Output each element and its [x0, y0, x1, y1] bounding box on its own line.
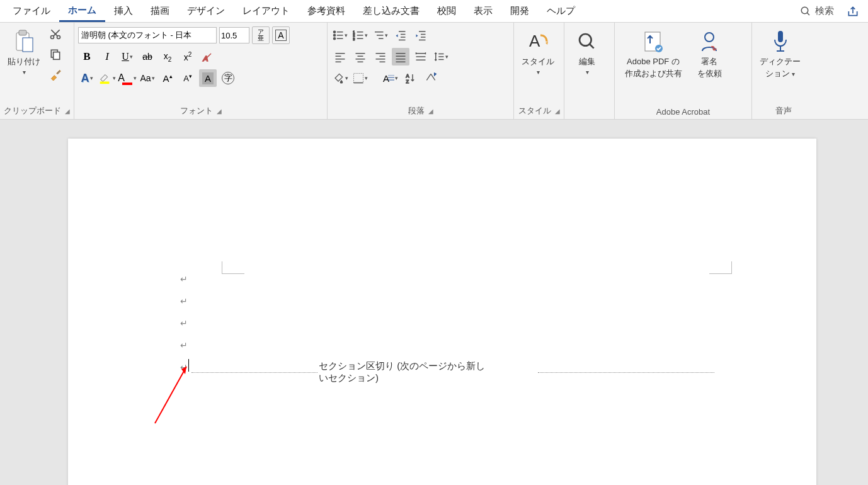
- svg-point-18: [334, 38, 336, 40]
- numbering-icon: 123: [353, 30, 364, 41]
- justify-icon: [395, 51, 406, 62]
- search-box[interactable]: 検索: [792, 5, 842, 17]
- sign-label-1: 署名: [701, 57, 717, 67]
- copy-button[interactable]: [47, 45, 64, 63]
- borders-button[interactable]: ▾: [351, 69, 369, 87]
- tab-references[interactable]: 参考資料: [299, 1, 354, 21]
- paste-button[interactable]: 貼り付け ▾: [4, 25, 44, 104]
- group-label-style: スタイル: [518, 105, 551, 117]
- dictate-label-2: ション: [765, 69, 790, 78]
- increase-indent-button[interactable]: [412, 26, 430, 44]
- styles-icon: A: [527, 30, 549, 53]
- dictate-button[interactable]: ディクテー ション ▾: [756, 25, 804, 104]
- chevron-down-icon: ▾: [23, 69, 26, 76]
- brush-icon: [49, 68, 62, 81]
- strikethrough-button[interactable]: ab: [139, 48, 156, 66]
- share-button[interactable]: [842, 3, 864, 20]
- superscript-button[interactable]: x2: [179, 48, 197, 66]
- ribbon-tabs: ファイル ホーム 挿入 描画 デザイン レイアウト 参考資料 差し込み文書 校閲…: [0, 0, 868, 23]
- page[interactable]: ↵ ↵ ↵ ↵ ↵ セクション区切り (次のページから新しいセクション): [68, 139, 816, 485]
- tab-review[interactable]: 校閲: [428, 1, 465, 21]
- numbering-button[interactable]: 123▾: [351, 26, 369, 44]
- subscript-button[interactable]: x2: [159, 48, 176, 66]
- align-right-button[interactable]: [372, 48, 389, 66]
- tab-draw[interactable]: 描画: [142, 1, 178, 21]
- pdf-icon: [642, 30, 664, 54]
- scissors-icon: [49, 28, 62, 40]
- request-signature-button[interactable]: 署名 を依頼: [690, 25, 728, 106]
- tab-layout[interactable]: レイアウト: [234, 1, 299, 21]
- italic-button[interactable]: I: [98, 48, 116, 66]
- multilevel-list-button[interactable]: ▾: [372, 26, 389, 44]
- bold-button[interactable]: B: [78, 48, 96, 66]
- enclose-characters-button[interactable]: 字: [219, 69, 237, 87]
- ribbon: 貼り付け ▾ クリップボード◢ ア亜 A B I U▾ ab: [0, 23, 868, 120]
- tab-home[interactable]: ホーム: [59, 1, 105, 22]
- section-break: セクション区切り (次のページから新しいセクション): [191, 360, 714, 384]
- create-pdf-button[interactable]: Adobe PDF の 作成および共有: [619, 25, 688, 106]
- group-label-font: フォント: [180, 105, 213, 117]
- font-color-button[interactable]: A▾: [118, 69, 136, 87]
- shrink-font-button[interactable]: A▾: [179, 69, 197, 87]
- tab-view[interactable]: 表示: [465, 1, 501, 21]
- group-label-voice: 音声: [775, 105, 792, 117]
- group-acrobat: Adobe PDF の 作成および共有 署名 を依頼 Adobe Acrobat: [615, 23, 752, 119]
- dialog-launcher-icon[interactable]: ◢: [555, 108, 560, 115]
- underline-button[interactable]: U▾: [118, 48, 136, 66]
- character-shading-button[interactable]: A: [199, 69, 217, 87]
- svg-point-0: [801, 7, 808, 14]
- decrease-indent-button[interactable]: [392, 26, 409, 44]
- shading-button[interactable]: ▾: [331, 69, 349, 87]
- indent-icon: [415, 30, 426, 41]
- tab-design[interactable]: デザイン: [178, 1, 234, 21]
- character-border-button[interactable]: A: [272, 26, 290, 44]
- group-font: ア亜 A B I U▾ ab x2 x2 A A▾ ▾ A▾ Aa▾ A▴ A▾…: [74, 23, 328, 119]
- align-right-icon: [375, 51, 386, 62]
- multilevel-icon: [373, 30, 384, 41]
- line-spacing-button[interactable]: ▾: [432, 48, 450, 66]
- dialog-launcher-icon[interactable]: ◢: [217, 108, 222, 115]
- align-left-button[interactable]: [331, 48, 349, 66]
- clear-formatting-button[interactable]: A: [199, 48, 217, 66]
- grow-font-button[interactable]: A▴: [159, 69, 176, 87]
- sign-label-2: を依頼: [697, 69, 722, 79]
- edit-button[interactable]: 編集 ▾: [568, 25, 606, 115]
- chevron-down-icon: ▾: [586, 69, 589, 76]
- justify-button[interactable]: [392, 48, 409, 66]
- svg-point-64: [580, 34, 591, 46]
- dialog-launcher-icon[interactable]: ◢: [65, 108, 70, 115]
- distribute-button[interactable]: [412, 48, 430, 66]
- group-paragraph: ▾ 123▾ ▾ ▾ ▾ ▾ A▾ AZ: [328, 23, 514, 119]
- styles-button[interactable]: A スタイル ▾: [518, 25, 558, 104]
- highlight-button[interactable]: ▾: [98, 69, 116, 87]
- tab-file[interactable]: ファイル: [4, 1, 59, 21]
- tab-insert[interactable]: 挿入: [105, 1, 142, 21]
- phonetic-guide-button[interactable]: ア亜: [252, 26, 270, 44]
- show-marks-button[interactable]: [422, 69, 440, 87]
- eraser-icon: A: [202, 50, 214, 63]
- document-area[interactable]: ↵ ↵ ↵ ↵ ↵ セクション区切り (次のページから新しいセクション): [0, 120, 868, 485]
- chevron-down-icon: ▾: [792, 71, 795, 77]
- tab-mailings[interactable]: 差し込み文書: [354, 1, 428, 21]
- styles-label: スタイル: [522, 57, 554, 67]
- align-center-button[interactable]: [351, 48, 369, 66]
- format-painter-button[interactable]: [47, 66, 64, 83]
- svg-point-16: [334, 35, 336, 37]
- chevron-down-icon: ▾: [537, 69, 540, 76]
- cut-button[interactable]: [47, 25, 64, 43]
- asian-layout-button[interactable]: A▾: [382, 69, 399, 87]
- bullets-icon: [333, 30, 344, 41]
- font-size-select[interactable]: [219, 27, 249, 43]
- svg-line-1: [807, 13, 809, 15]
- dialog-launcher-icon[interactable]: ◢: [428, 108, 433, 115]
- change-case-button[interactable]: Aa▾: [139, 69, 156, 87]
- bullets-button[interactable]: ▾: [331, 26, 349, 44]
- pilcrow-icon: [425, 72, 437, 84]
- font-name-select[interactable]: [78, 27, 217, 43]
- tab-developer[interactable]: 開発: [501, 1, 538, 21]
- tab-help[interactable]: ヘルプ: [538, 1, 584, 21]
- pdf-label-1: Adobe PDF の: [627, 57, 680, 67]
- paint-bucket-icon: [332, 72, 345, 84]
- sort-button[interactable]: AZ: [402, 69, 420, 87]
- text-effects-button[interactable]: A▾: [78, 69, 96, 87]
